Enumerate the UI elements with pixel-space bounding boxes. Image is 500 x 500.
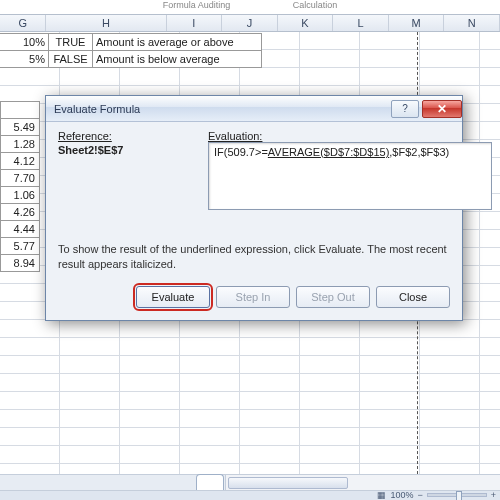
- formula-text: IF(509.7>=: [214, 146, 268, 158]
- cell-desc[interactable]: Amount is below average: [92, 50, 262, 68]
- formula-text: ,$F$2,$F$3): [389, 146, 449, 158]
- cell-bool[interactable]: FALSE: [48, 50, 93, 68]
- table-value[interactable]: 4.12: [0, 152, 40, 170]
- col-header-L[interactable]: L: [333, 15, 389, 31]
- table-value[interactable]: 4.44: [0, 220, 40, 238]
- col-header-G[interactable]: G: [0, 15, 46, 31]
- horizontal-scrollbar[interactable]: [225, 475, 500, 491]
- dialog-help-text: To show the result of the underlined exp…: [58, 242, 450, 272]
- col-header-N[interactable]: N: [444, 15, 500, 31]
- reference-label: Reference:: [58, 130, 208, 142]
- help-icon: ?: [402, 103, 408, 114]
- plus-icon[interactable]: +: [491, 490, 496, 500]
- cell-G-pct[interactable]: 10%: [0, 33, 49, 51]
- sheet-tab-bar: [0, 474, 500, 490]
- table-value[interactable]: 7.70: [0, 169, 40, 187]
- evaluate-button[interactable]: Evaluate: [136, 286, 210, 308]
- table-value[interactable]: 4.26: [0, 203, 40, 221]
- step-in-button: Step In: [216, 286, 290, 308]
- dialog-titlebar[interactable]: Evaluate Formula ? ✕: [46, 96, 462, 122]
- table-header-fragment[interactable]: ion: [0, 101, 40, 119]
- close-icon: ✕: [437, 102, 447, 116]
- column-headers: G H I J K L M N: [0, 14, 500, 32]
- ribbon-group-labels: Formula Auditing Calculation: [0, 0, 500, 12]
- zoom-value: 100%: [390, 490, 413, 500]
- window-close-button[interactable]: ✕: [422, 100, 462, 118]
- cell-desc[interactable]: Amount is average or above: [92, 33, 262, 51]
- col-header-H[interactable]: H: [46, 15, 166, 31]
- table-value[interactable]: 1.28: [0, 135, 40, 153]
- cell-G-pct[interactable]: 5%: [0, 50, 49, 68]
- table-value[interactable]: 8.94: [0, 254, 40, 272]
- minus-icon[interactable]: −: [417, 490, 422, 500]
- close-button[interactable]: Close: [376, 286, 450, 308]
- step-out-button: Step Out: [296, 286, 370, 308]
- status-bar: ▦ 100% − +: [0, 490, 500, 500]
- col-header-I[interactable]: I: [167, 15, 223, 31]
- zoom-slider[interactable]: [427, 493, 487, 497]
- table-value[interactable]: 5.77: [0, 237, 40, 255]
- scroll-thumb[interactable]: [228, 477, 348, 489]
- col-header-M[interactable]: M: [389, 15, 445, 31]
- help-button[interactable]: ?: [391, 100, 419, 118]
- formula-underlined: AVERAGE($D$7:$D$15): [268, 146, 389, 158]
- evaluation-box[interactable]: IF(509.7>=AVERAGE($D$7:$D$15),$F$2,$F$3): [208, 142, 492, 210]
- table-value[interactable]: 5.49: [0, 118, 40, 136]
- zoom-control[interactable]: ▦ 100% − +: [377, 490, 496, 500]
- col-header-J[interactable]: J: [222, 15, 278, 31]
- evaluate-formula-dialog: Evaluate Formula ? ✕ Reference: Evaluati…: [45, 95, 463, 321]
- view-icon[interactable]: ▦: [377, 490, 386, 500]
- dialog-title: Evaluate Formula: [54, 103, 140, 115]
- cell-bool[interactable]: TRUE: [48, 33, 93, 51]
- sheet-tab[interactable]: [196, 474, 224, 491]
- col-header-K[interactable]: K: [278, 15, 334, 31]
- zoom-knob[interactable]: [456, 491, 462, 500]
- table-value[interactable]: 1.06: [0, 186, 40, 204]
- evaluation-label: Evaluation:: [208, 130, 262, 142]
